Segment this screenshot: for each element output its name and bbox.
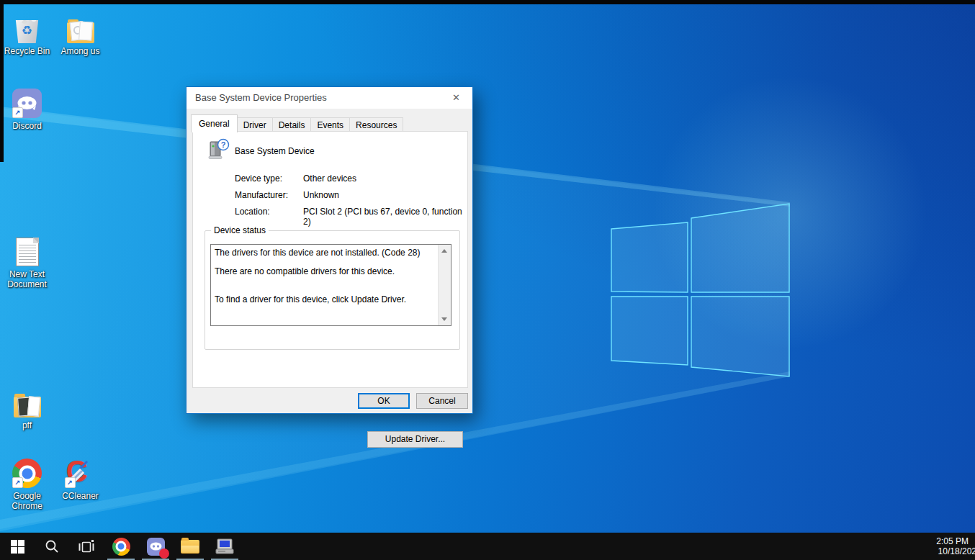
device-name: Base System Device xyxy=(235,146,315,156)
tab-events[interactable]: Events xyxy=(310,117,350,132)
scroll-up-icon[interactable] xyxy=(441,249,447,253)
device-status-textbox[interactable]: The drivers for this device are not inst… xyxy=(210,244,451,326)
ok-button[interactable]: OK xyxy=(358,393,410,409)
clock-time: 2:05 PM xyxy=(936,536,969,546)
tab-page-general: ? Base System Device Device type: Other … xyxy=(192,131,468,388)
folder-icon xyxy=(67,22,94,43)
field-label-device-type: Device type: xyxy=(235,173,282,184)
desktop-icon-pff[interactable]: pff xyxy=(0,384,54,430)
field-label-manufacturer: Manufacturer: xyxy=(235,190,288,200)
task-view-icon xyxy=(78,539,94,554)
ccleaner-icon: C ↗ xyxy=(65,458,96,488)
search-icon xyxy=(45,539,59,554)
field-value-manufacturer: Unknown xyxy=(303,190,339,200)
taskbar-app-chrome[interactable] xyxy=(104,533,138,560)
device-manager-icon xyxy=(215,538,234,555)
desktop-icon-new-text-document[interactable]: New Text Document xyxy=(0,233,54,289)
status-line: The drivers for this device are not inst… xyxy=(215,247,433,258)
field-label-location: Location: xyxy=(235,207,270,217)
status-line: There are no compatible drivers for this… xyxy=(215,266,433,277)
chrome-icon: ↗ xyxy=(12,459,42,488)
dialog-title: Base System Device Properties xyxy=(195,87,327,109)
light-beam xyxy=(0,0,975,533)
shortcut-arrow-icon: ↗ xyxy=(65,477,76,488)
desktop-icon-google-chrome[interactable]: ↗ Google Chrome xyxy=(0,455,54,511)
scrollbar[interactable] xyxy=(438,245,451,325)
tab-general[interactable]: General xyxy=(191,114,238,132)
desktop-icon-label: Among us xyxy=(53,46,107,56)
desktop-icon-ccleaner[interactable]: C ↗ CCleaner xyxy=(53,455,107,501)
desktop-icon-recycle-bin[interactable]: ♻ Recycle Bin xyxy=(0,10,54,56)
screen-edge-top xyxy=(0,0,975,4)
recycle-bin-icon: ♻ xyxy=(15,20,40,43)
desktop-wallpaper: ♻ Recycle Bin Among us ↗ xyxy=(0,0,975,533)
taskbar-clock[interactable]: 2:05 PM 10/18/202 xyxy=(936,533,969,560)
desktop-icon-label: Google Chrome xyxy=(0,491,54,511)
device-status-legend: Device status xyxy=(211,225,269,235)
desktop-icon-label: Recycle Bin xyxy=(0,46,54,56)
tab-resources[interactable]: Resources xyxy=(349,117,403,132)
desktop-icon-label: Discord xyxy=(0,121,54,131)
chrome-icon xyxy=(112,538,130,556)
task-view-button[interactable] xyxy=(69,533,104,560)
desktop-icon-label: New Text Document xyxy=(0,269,54,289)
notification-badge xyxy=(159,548,169,559)
cancel-button[interactable]: Cancel xyxy=(416,393,468,409)
tab-driver[interactable]: Driver xyxy=(237,117,273,132)
taskbar-app-file-explorer[interactable] xyxy=(173,533,207,560)
desktop-icon-label: pff xyxy=(0,420,54,430)
device-properties-dialog: Base System Device Properties ✕ GeneralD… xyxy=(186,86,473,414)
update-driver-button[interactable]: Update Driver... xyxy=(367,431,463,448)
taskbar: 2:05 PM 10/18/202 xyxy=(0,533,975,560)
text-document-icon xyxy=(16,238,39,266)
screen-edge-left xyxy=(0,0,4,162)
shortcut-arrow-icon: ↗ xyxy=(12,477,23,488)
shortcut-arrow-icon: ↗ xyxy=(12,107,23,118)
field-value-device-type: Other devices xyxy=(303,173,356,184)
discord-icon xyxy=(147,538,165,556)
desktop-icon-discord[interactable]: ↗ Discord xyxy=(0,85,54,131)
status-line: To find a driver for this device, click … xyxy=(215,294,433,305)
device-status-group: Device status The drivers for this devic… xyxy=(205,230,460,350)
file-explorer-icon xyxy=(181,540,199,554)
discord-icon: ↗ xyxy=(12,89,42,118)
scroll-down-icon[interactable] xyxy=(441,317,447,321)
taskbar-app-device-manager[interactable] xyxy=(207,533,242,560)
start-icon xyxy=(11,540,24,554)
desktop-icon-among-us[interactable]: Among us xyxy=(53,10,107,56)
device-icon: ? xyxy=(207,138,230,161)
search-button[interactable] xyxy=(35,533,69,560)
taskbar-app-discord[interactable] xyxy=(138,533,173,560)
folder-photo-icon xyxy=(14,397,41,417)
start-button[interactable] xyxy=(0,533,35,560)
close-icon[interactable]: ✕ xyxy=(440,87,472,108)
windows-logo-wallpaper xyxy=(608,200,792,380)
field-value-location: PCI Slot 2 (PCI bus 67, device 0, functi… xyxy=(303,207,467,227)
clock-date: 10/18/202 xyxy=(936,546,975,556)
dialog-tabs: GeneralDriverDetailsEventsResources xyxy=(191,116,403,132)
tab-details[interactable]: Details xyxy=(272,117,312,132)
svg-text:?: ? xyxy=(221,140,226,149)
dialog-titlebar[interactable]: Base System Device Properties ✕ xyxy=(187,87,472,109)
desktop-icon-label: CCleaner xyxy=(53,491,107,501)
